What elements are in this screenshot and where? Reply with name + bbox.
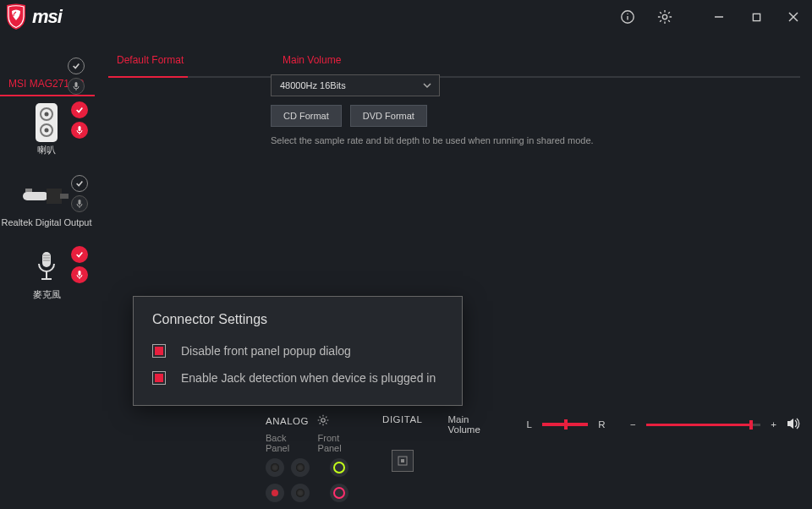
logo: msi — [5, 3, 62, 30]
main-volume-label: Main Volume — [447, 414, 498, 435]
chevron-down-icon — [422, 80, 432, 90]
svg-point-12 — [45, 112, 49, 117]
sidebar-device-speakers[interactable]: 喇叭 — [0, 96, 93, 170]
tab-strip: Default Format Main Volume — [105, 51, 800, 76]
info-button[interactable] — [609, 0, 646, 34]
bottom-bar: ANALOG Back Panel Front Panel — [254, 408, 812, 509]
minimize-icon — [714, 12, 724, 22]
window-controls — [609, 0, 812, 34]
mic-check-toggle[interactable] — [71, 246, 88, 263]
digital-check-toggle[interactable] — [71, 175, 88, 192]
back-panel-jacks — [266, 458, 310, 502]
volume-icon — [787, 418, 800, 430]
jack-back-4[interactable] — [291, 484, 310, 502]
maximize-icon — [752, 13, 761, 22]
jack-front-green[interactable] — [330, 458, 348, 477]
svg-point-14 — [45, 129, 49, 133]
volume-minus-label: − — [630, 419, 636, 430]
checkbox-row-jack-detection[interactable]: Enable Jack detection when device is plu… — [152, 371, 443, 385]
minimize-button[interactable] — [700, 0, 738, 34]
checkbox-disable-popup[interactable] — [152, 344, 166, 358]
gear-icon — [657, 9, 672, 25]
checkbox-jack-detection[interactable] — [152, 371, 166, 385]
speaker-icon-button[interactable] — [787, 418, 800, 431]
digital-label: DIGITAL — [382, 414, 422, 424]
front-panel-jacks — [330, 458, 348, 502]
speakers-mic-toggle[interactable] — [71, 122, 88, 139]
device-label-digital: Realtek Digital Output — [0, 217, 93, 227]
digital-port[interactable] — [392, 450, 414, 472]
msi-shield-icon — [5, 3, 27, 30]
section-title: Main Volume — [283, 54, 341, 66]
microphone-icon — [34, 250, 59, 284]
checkbox-row-disable-popup[interactable]: Disable front panel popup dialog — [152, 344, 443, 358]
svg-rect-18 — [47, 189, 62, 204]
analog-settings-button[interactable] — [317, 414, 329, 428]
svg-rect-23 — [42, 252, 51, 267]
sidebar-device-digital[interactable]: Realtek Digital Output — [0, 170, 93, 241]
checkbox-label-2: Enable Jack detection when device is plu… — [181, 371, 436, 385]
svg-rect-33 — [401, 459, 404, 462]
tab-default-format[interactable]: Default Format — [117, 54, 184, 66]
titlebar: msi — [0, 0, 812, 34]
svg-point-3 — [662, 14, 667, 19]
digital-mic-toggle[interactable] — [71, 195, 88, 212]
close-button[interactable] — [775, 0, 812, 34]
global-mic-toggle[interactable] — [68, 78, 85, 95]
connector-settings-popup: Connector Settings Disable front panel p… — [133, 296, 463, 406]
checkbox-label-1: Disable front panel popup dialog — [181, 344, 351, 358]
jack-back-3[interactable] — [266, 484, 284, 502]
volume-plus-label: + — [771, 419, 776, 430]
gear-icon — [317, 414, 329, 426]
maximize-button[interactable] — [738, 0, 775, 34]
svg-rect-17 — [23, 192, 48, 200]
popup-title: Connector Settings — [152, 312, 443, 327]
svg-rect-8 — [75, 82, 78, 87]
analog-label: ANALOG — [266, 416, 309, 426]
svg-rect-5 — [753, 14, 760, 20]
back-panel-label: Back Panel — [266, 433, 304, 453]
jack-back-1[interactable] — [266, 458, 284, 477]
info-icon — [620, 9, 635, 25]
svg-point-31 — [321, 419, 325, 422]
svg-marker-34 — [787, 419, 793, 429]
main-volume-block: Main Volume L R − + — [447, 414, 800, 435]
svg-rect-19 — [60, 194, 69, 199]
format-selected-value: 48000Hz 16Bits — [280, 80, 346, 90]
svg-rect-29 — [79, 271, 81, 276]
cd-format-button[interactable]: CD Format — [271, 105, 342, 127]
device-label-speakers: 喇叭 — [0, 144, 93, 156]
format-description: Select the sample rate and bit depth to … — [271, 135, 594, 145]
close-icon — [788, 12, 798, 22]
speaker-icon — [35, 102, 58, 143]
settings-button[interactable] — [646, 0, 683, 34]
svg-rect-15 — [79, 126, 81, 131]
mic-mic-toggle[interactable] — [71, 266, 88, 283]
optical-plug-icon — [23, 183, 70, 209]
svg-rect-20 — [25, 189, 32, 192]
volume-slider[interactable] — [646, 424, 761, 426]
jack-back-2[interactable] — [291, 458, 310, 477]
optical-port-icon — [397, 455, 409, 467]
format-select[interactable]: 48000Hz 16Bits — [271, 74, 440, 96]
svg-rect-21 — [79, 200, 81, 205]
balance-slider[interactable] — [542, 423, 588, 426]
digital-block: DIGITAL — [382, 414, 422, 472]
sidebar: MSI MAG271CR 喇叭 — [0, 34, 93, 509]
sidebar-device-mic[interactable]: 麥克風 — [0, 241, 93, 315]
analog-block: ANALOG Back Panel Front Panel — [266, 414, 357, 502]
front-panel-label: Front Panel — [318, 433, 358, 453]
speakers-check-toggle[interactable] — [71, 101, 88, 118]
jack-front-pink[interactable] — [330, 484, 348, 502]
global-check-toggle[interactable] — [68, 57, 85, 74]
dvd-format-button[interactable]: DVD Format — [350, 105, 427, 127]
balance-l-label: L — [527, 419, 532, 430]
device-label-mic: 麥克風 — [0, 288, 93, 301]
brand-text: msi — [32, 6, 62, 28]
balance-r-label: R — [598, 419, 605, 430]
svg-point-2 — [627, 14, 628, 14]
